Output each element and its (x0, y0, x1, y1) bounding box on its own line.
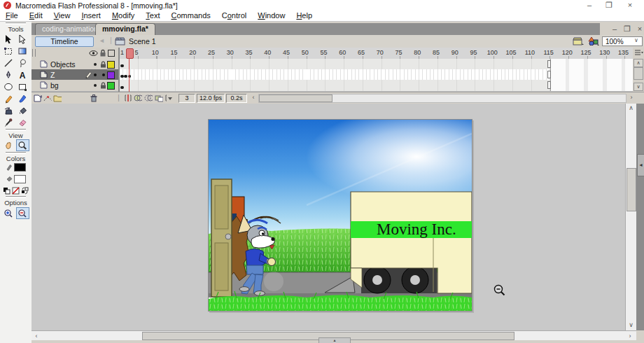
layers-scroll-up[interactable]: ∧ (634, 59, 643, 67)
scroll-right-arrow[interactable]: › (626, 332, 634, 340)
swap-colors-icon[interactable] (21, 187, 29, 195)
scroll-up-arrow[interactable]: ∧ (626, 104, 636, 111)
add-motion-guide-icon[interactable] (43, 94, 52, 102)
layer-visible-dot[interactable] (94, 74, 97, 76)
scene-name-label[interactable]: Scene 1 (129, 37, 156, 46)
zoom-out-option-icon[interactable] (16, 207, 29, 219)
frame-span[interactable] (120, 69, 551, 80)
eraser-tool-icon[interactable] (16, 116, 29, 128)
menu-item-window[interactable]: Window (252, 10, 290, 20)
span-end-frame[interactable] (547, 60, 552, 68)
scroll-left-arrow[interactable]: ‹ (33, 332, 40, 340)
collapse-up-handle[interactable]: ▴ (318, 337, 351, 343)
layer-name[interactable]: bg (50, 81, 59, 90)
fill-color-swatch[interactable] (14, 175, 26, 183)
menu-item-control[interactable]: Control (216, 10, 252, 20)
doc-restore-button[interactable]: ❐ (622, 24, 633, 34)
restore-button[interactable]: ❐ (602, 1, 616, 10)
pasteboard[interactable]: Moving Inc. (31, 104, 625, 330)
layer-locked-icon[interactable] (100, 61, 106, 68)
paint-bucket-tool-icon[interactable] (16, 104, 29, 116)
layer-name[interactable]: Z (50, 71, 55, 79)
span-end-frame[interactable] (547, 71, 552, 78)
layer-name[interactable]: Objects (50, 60, 76, 69)
timeline-frames-area[interactable]: 1510152025303540455055606570758085909510… (120, 48, 633, 92)
tab-mmoving[interactable]: mmoving.fla* (95, 23, 155, 35)
zoom-in-option-icon[interactable] (2, 207, 15, 219)
eyedropper-tool-icon[interactable] (2, 116, 15, 128)
menu-item-modify[interactable]: Modify (106, 10, 140, 20)
edit-scene-icon[interactable] (573, 37, 584, 46)
scroll-down-arrow[interactable]: ∨ (626, 321, 636, 328)
stage-canvas[interactable]: Moving Inc. (208, 119, 472, 312)
current-frame-field[interactable]: 3 (178, 94, 195, 103)
menu-item-help[interactable]: Help (290, 10, 318, 20)
menu-item-commands[interactable]: Commands (166, 10, 216, 20)
frames-row-z[interactable] (120, 69, 633, 80)
selection-tool-icon[interactable] (2, 33, 15, 45)
ink-bottle-tool-icon[interactable] (2, 104, 15, 116)
layer-visible-dot[interactable] (94, 84, 97, 87)
zoom-tool-icon[interactable] (16, 139, 29, 151)
keyframe-dot[interactable] (120, 86, 124, 90)
zoom-level-dropdown[interactable]: 100% ∨ (602, 36, 643, 46)
layers-scroll-down[interactable]: ∨ (634, 83, 643, 91)
keyframe-dot[interactable] (124, 75, 127, 78)
layer-outline-swatch[interactable] (107, 82, 115, 90)
frames-scroll-left[interactable]: ‹ (250, 94, 257, 101)
timeline-toggle-button[interactable]: Timeline (35, 36, 94, 47)
edit-symbols-icon[interactable] (588, 36, 599, 46)
layer-row-z[interactable]: Z (31, 69, 118, 80)
keyframe-dot[interactable] (120, 64, 124, 68)
frame-rate-field[interactable]: 12.0 fps (197, 94, 225, 103)
back-arrow-icon[interactable]: ◄ (99, 37, 105, 44)
layer-visible-dot[interactable] (94, 63, 97, 66)
pen-tool-icon[interactable] (2, 69, 15, 80)
free-transform-tool-icon[interactable] (2, 45, 15, 57)
minimize-button[interactable]: – (582, 1, 596, 10)
brush-tool-icon[interactable] (16, 92, 29, 104)
panel-grip[interactable] (6, 22, 26, 24)
right-panel-collapse-strip[interactable]: ◂ (636, 104, 644, 330)
frames-scrollbar-thumb[interactable] (259, 94, 332, 102)
elapsed-time-field[interactable]: 0.2s (226, 94, 247, 103)
menu-item-text[interactable]: Text (140, 10, 165, 20)
doc-close-button[interactable]: × (634, 24, 644, 34)
frame-span[interactable] (120, 59, 551, 69)
menu-item-edit[interactable]: Edit (24, 10, 48, 20)
onion-skin-icon[interactable] (134, 94, 142, 102)
keyframe-dot[interactable] (120, 75, 124, 78)
layer-outline-swatch[interactable] (107, 61, 115, 69)
doc-minimize-button[interactable]: – (609, 24, 620, 34)
gradient-transform-tool-icon[interactable] (16, 45, 29, 57)
subselection-tool-icon[interactable] (16, 33, 29, 45)
delete-layer-trash-icon[interactable] (90, 94, 98, 102)
frames-row-objects[interactable] (120, 59, 633, 70)
layer-locked-icon[interactable] (100, 82, 106, 89)
frames-scrollbar-track[interactable] (258, 94, 626, 103)
vertical-scrollbar[interactable]: ∧ ∨ (625, 104, 637, 330)
menu-item-view[interactable]: View (48, 10, 76, 20)
modify-onion-markers-icon[interactable] (165, 94, 174, 102)
rectangle-tool-icon[interactable] (16, 80, 29, 92)
vertical-scroll-thumb[interactable] (626, 168, 636, 211)
layer-row-objects[interactable]: Objects (31, 59, 118, 70)
insert-layer-folder-icon[interactable] (53, 94, 62, 102)
line-tool-icon[interactable] (2, 57, 15, 69)
layers-scroll-thumb[interactable] (634, 67, 643, 80)
span-end-frame[interactable] (547, 81, 552, 89)
playhead[interactable] (126, 48, 134, 59)
lasso-tool-icon[interactable] (16, 57, 29, 69)
collapse-left-handle[interactable]: ◂ (637, 154, 644, 176)
frame-view-menu-icon[interactable] (634, 49, 643, 57)
panel-grip[interactable] (32, 49, 36, 57)
menu-item-file[interactable]: File (0, 10, 24, 20)
edit-multiple-frames-icon[interactable] (155, 94, 163, 102)
layer-row-bg[interactable]: bg (31, 80, 118, 92)
close-button[interactable]: × (623, 1, 637, 10)
center-frame-icon[interactable] (125, 94, 133, 102)
insert-layer-icon[interactable] (34, 94, 42, 102)
stroke-color-control[interactable] (6, 163, 26, 172)
timeline-ruler[interactable]: 1510152025303540455055606570758085909510… (120, 48, 633, 59)
fill-color-control[interactable] (6, 175, 26, 183)
